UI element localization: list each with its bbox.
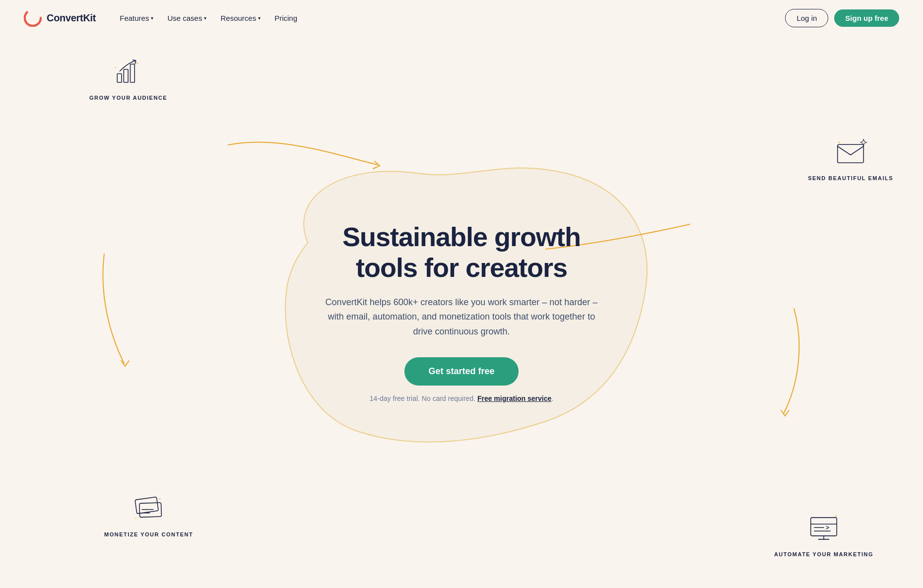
get-started-button[interactable]: Get started free xyxy=(404,357,518,386)
signup-button[interactable]: Sign up free xyxy=(834,9,899,27)
svg-point-5 xyxy=(115,67,116,68)
hero-subtitle: ConvertKit helps 600k+ creators like you… xyxy=(318,295,605,339)
grow-label: GROW YOUR AUDIENCE xyxy=(89,94,167,102)
hero-section: GROW YOUR AUDIENCE SEND BEAUTIFUL EMAILS xyxy=(0,36,923,588)
logo-text: ConvertKit xyxy=(47,12,96,24)
feature-monetize: MONETIZE YOUR CONTENT xyxy=(104,491,193,538)
automate-label: AUTOMATE YOUR MARKETING xyxy=(774,551,873,558)
svg-point-4 xyxy=(136,63,138,65)
svg-point-0 xyxy=(25,10,41,26)
svg-point-13 xyxy=(135,518,136,519)
svg-rect-14 xyxy=(811,518,837,536)
nav-right: Log in Sign up free xyxy=(785,9,899,27)
svg-point-12 xyxy=(159,498,161,500)
send-label: SEND BEAUTIFUL EMAILS xyxy=(808,175,893,182)
logo-icon xyxy=(24,9,42,27)
feature-automate: AUTOMATE YOUR MARKETING xyxy=(774,511,873,558)
svg-point-20 xyxy=(835,515,837,517)
nav-resources[interactable]: Resources ▾ xyxy=(214,10,266,26)
svg-point-7 xyxy=(839,141,841,143)
monetize-label: MONETIZE YOUR CONTENT xyxy=(104,531,193,538)
features-chevron-icon: ▾ xyxy=(151,15,153,21)
svg-rect-2 xyxy=(124,69,128,82)
resources-chevron-icon: ▾ xyxy=(258,15,261,21)
migration-link[interactable]: Free migration service xyxy=(477,394,551,402)
nav-features[interactable]: Features ▾ xyxy=(114,10,159,26)
svg-rect-1 xyxy=(117,74,122,83)
svg-rect-8 xyxy=(135,497,158,514)
svg-rect-6 xyxy=(838,144,864,163)
svg-rect-3 xyxy=(130,64,134,82)
grow-audience-icon xyxy=(111,55,146,89)
hero-title: Sustainable growth tools for creators xyxy=(318,221,605,283)
feature-send: SEND BEAUTIFUL EMAILS xyxy=(808,135,893,182)
monetize-icon xyxy=(132,491,166,526)
nav-use-cases[interactable]: Use cases ▾ xyxy=(161,10,212,26)
hero-footnote: 14-day free trial. No card required. Fre… xyxy=(318,394,605,402)
automate-icon xyxy=(806,511,841,546)
navbar: ConvertKit Features ▾ Use cases ▾ Resour… xyxy=(0,0,923,36)
logo[interactable]: ConvertKit xyxy=(24,9,96,27)
nav-pricing[interactable]: Pricing xyxy=(268,10,303,26)
login-button[interactable]: Log in xyxy=(785,9,828,27)
footnote-text: 14-day free trial. No card required. xyxy=(370,394,475,402)
send-emails-icon xyxy=(833,135,868,170)
nav-links: Features ▾ Use cases ▾ Resources ▾ Prici… xyxy=(114,10,303,26)
use-cases-chevron-icon: ▾ xyxy=(204,15,206,21)
feature-grow: GROW YOUR AUDIENCE xyxy=(89,55,167,102)
hero-content: Sustainable growth tools for creators Co… xyxy=(308,211,615,412)
nav-left: ConvertKit Features ▾ Use cases ▾ Resour… xyxy=(24,9,303,27)
